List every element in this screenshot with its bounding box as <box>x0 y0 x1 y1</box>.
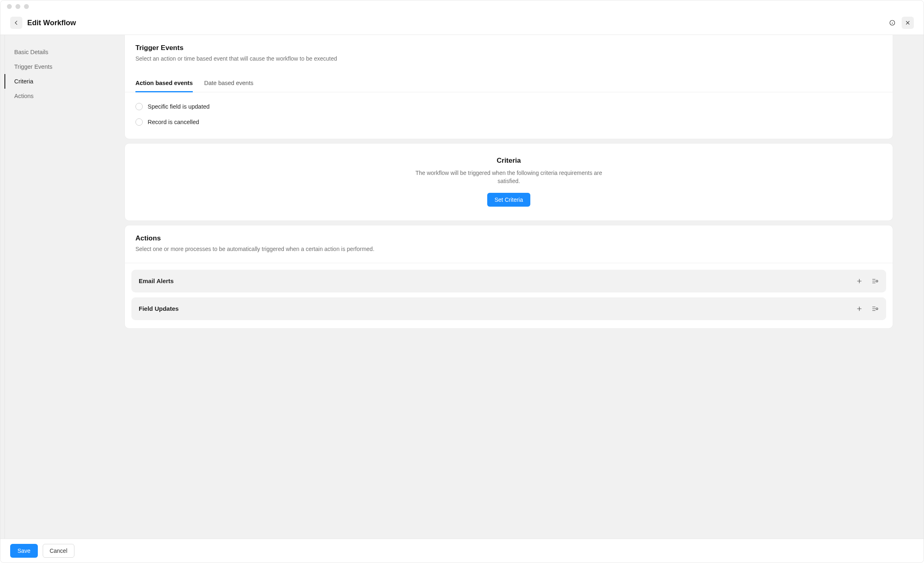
svg-point-4 <box>876 308 878 310</box>
window-titlebar <box>0 0 924 13</box>
sidebar-item-trigger-events[interactable]: Trigger Events <box>4 59 94 74</box>
sidebar-item-actions[interactable]: Actions <box>4 89 94 103</box>
tab-action-based[interactable]: Action based events <box>135 75 193 92</box>
close-icon <box>904 20 911 26</box>
criteria-title: Criteria <box>135 157 882 165</box>
option-label: Record is cancelled <box>148 119 199 125</box>
list-settings-icon <box>871 277 878 285</box>
trigger-events-card: Trigger Events Select an action or time … <box>125 35 893 139</box>
save-button[interactable]: Save <box>10 544 38 558</box>
sidebar-item-criteria[interactable]: Criteria <box>4 74 94 89</box>
window-minimize-dot[interactable] <box>15 4 20 9</box>
option-specific-field-updated[interactable]: Specific field is updated <box>135 99 882 114</box>
window-close-dot[interactable] <box>7 4 12 9</box>
action-block-email-alerts: Email Alerts <box>131 270 886 292</box>
info-button[interactable] <box>886 17 898 29</box>
option-label: Specific field is updated <box>148 103 209 110</box>
svg-point-3 <box>876 280 878 282</box>
radio-icon <box>135 103 143 110</box>
close-button[interactable] <box>902 17 914 29</box>
actions-card: Actions Select one or more processes to … <box>125 225 893 328</box>
sidebar-nav: Basic Details Trigger Events Criteria Ac… <box>4 35 94 539</box>
tab-date-based[interactable]: Date based events <box>204 75 253 92</box>
trigger-events-title: Trigger Events <box>135 44 882 52</box>
list-settings-icon <box>871 305 878 312</box>
action-block-field-updates: Field Updates <box>131 297 886 320</box>
set-criteria-button[interactable]: Set Criteria <box>487 193 530 207</box>
add-email-alert-button[interactable] <box>855 277 863 285</box>
page-title: Edit Workflow <box>27 19 76 27</box>
back-button[interactable] <box>10 17 22 29</box>
sidebar-item-basic-details[interactable]: Basic Details <box>4 45 94 59</box>
app-window: Edit Workflow Basic Details Trigger Even… <box>0 0 924 563</box>
add-field-update-button[interactable] <box>855 305 863 313</box>
cancel-button[interactable]: Cancel <box>43 544 74 558</box>
actions-description: Select one or more processes to be autom… <box>135 246 882 252</box>
plus-icon <box>856 277 863 285</box>
arrow-left-icon <box>13 20 20 26</box>
window-zoom-dot[interactable] <box>24 4 29 9</box>
option-record-cancelled[interactable]: Record is cancelled <box>135 114 882 130</box>
criteria-card: Criteria The workflow will be triggered … <box>125 144 893 220</box>
main-content: Trigger Events Select an action or time … <box>94 35 924 539</box>
manage-email-alerts-button[interactable] <box>871 277 879 285</box>
footer-actions: Save Cancel <box>0 539 924 563</box>
plus-icon <box>856 305 863 312</box>
manage-field-updates-button[interactable] <box>871 305 879 313</box>
info-icon <box>889 20 896 26</box>
page-header: Edit Workflow <box>0 13 924 35</box>
actions-title: Actions <box>135 234 882 242</box>
action-block-title: Email Alerts <box>139 277 174 284</box>
trigger-options: Specific field is updated Record is canc… <box>125 92 893 139</box>
trigger-tabs: Action based events Date based events <box>125 75 893 92</box>
criteria-description: The workflow will be triggered when the … <box>411 169 606 185</box>
trigger-events-description: Select an action or time based event tha… <box>135 55 882 62</box>
radio-icon <box>135 118 143 126</box>
action-block-title: Field Updates <box>139 305 179 312</box>
